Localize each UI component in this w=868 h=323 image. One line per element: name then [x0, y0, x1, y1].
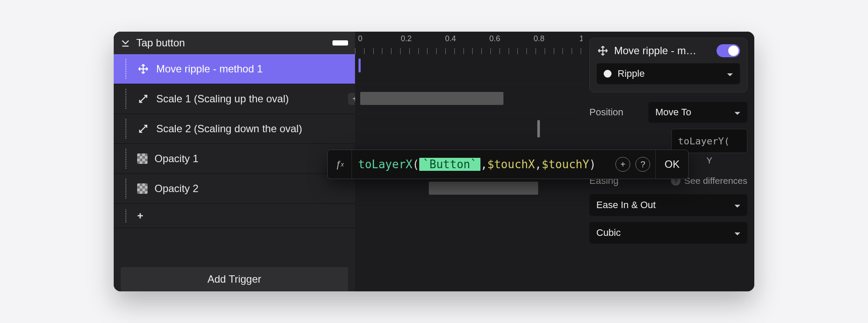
card-title: Move ripple - m… — [614, 45, 711, 57]
position-label: Position — [589, 107, 641, 118]
response-label: Opacity 1 — [155, 153, 198, 165]
target-layer-select[interactable]: Ripple — [597, 63, 740, 84]
chevron-down-icon — [734, 227, 740, 238]
timeline-row-2[interactable] — [355, 84, 582, 114]
timeline-handle[interactable] — [537, 120, 540, 137]
formula-ok-button[interactable]: OK — [655, 150, 688, 179]
response-card: Move ripple - m… Ripple — [589, 38, 747, 92]
timeline-clip[interactable] — [429, 182, 538, 195]
formula-var-1: $touchX — [487, 158, 535, 171]
position-property: Position Move To — [589, 102, 747, 123]
position-mode-select[interactable]: Move To — [648, 102, 747, 123]
response-label: Opacity 2 — [155, 183, 198, 195]
ruler-label: 0 — [358, 34, 362, 43]
timeline-ruler[interactable]: 0 0.2 0.4 0.6 0.8 1 1. — [355, 32, 582, 54]
formula-var-2: $touchY — [542, 158, 589, 171]
ruler-label: 0.8 — [533, 34, 544, 43]
easing-type-value: Cubic — [596, 227, 621, 238]
response-row-opacity-1[interactable]: Opacity 1 — [114, 144, 355, 174]
ruler-ticks — [355, 48, 582, 54]
response-label: Move ripple - method 1 — [156, 63, 263, 75]
formula-literal: `Button` — [419, 158, 480, 171]
events-panel: Tap button Move ripple - method 1 Scale … — [114, 32, 355, 291]
response-row-move[interactable]: Move ripple - method 1 — [114, 54, 355, 84]
scale-icon — [137, 93, 149, 105]
fx-icon: ƒx — [328, 150, 352, 179]
response-row-scale-1[interactable]: Scale 1 (Scaling up the oval) + — [114, 84, 355, 114]
panel-header: Tap button — [114, 32, 355, 54]
target-layer-value: Ripple — [618, 68, 644, 79]
easing-curve-value: Ease In & Out — [596, 199, 656, 211]
playhead-marker[interactable] — [358, 59, 361, 72]
progress-indicator — [332, 40, 348, 46]
move-icon — [137, 63, 149, 75]
chevron-down-icon — [734, 107, 740, 118]
add-trigger-button[interactable]: Add Trigger — [121, 267, 348, 291]
panel-title: Tap button — [136, 37, 326, 49]
response-row-opacity-2[interactable]: Opacity 2 — [114, 174, 355, 204]
opacity-icon — [137, 153, 148, 164]
formula-editor[interactable]: ƒx toLayerX(`Button`,$touchX,$touchY) + … — [327, 150, 689, 179]
easing-curve-select[interactable]: Ease In & Out — [589, 194, 747, 216]
ruler-label: 0.6 — [489, 34, 500, 43]
position-mode-value: Move To — [655, 107, 691, 118]
add-formula-button[interactable]: + — [615, 157, 630, 172]
ruler-label: 0.2 — [401, 34, 411, 43]
ruler-label: 0.4 — [445, 34, 456, 43]
timeline-row-3[interactable] — [355, 114, 582, 144]
layer-dot-icon — [604, 70, 612, 78]
plus-icon: + — [137, 210, 143, 222]
easing-type-select[interactable]: Cubic — [589, 222, 747, 244]
formula-help-button[interactable]: ? — [635, 157, 650, 172]
chevron-down-icon — [727, 68, 733, 79]
move-icon — [597, 45, 609, 57]
response-label: Scale 2 (Scaling down the oval) — [156, 123, 302, 135]
add-response-row[interactable]: + — [114, 204, 355, 228]
scale-icon — [137, 123, 149, 135]
opacity-icon — [137, 183, 148, 194]
response-row-scale-2[interactable]: Scale 2 (Scaling down the oval) — [114, 114, 355, 144]
chevron-down-icon — [734, 199, 740, 211]
timeline-clip[interactable] — [360, 92, 503, 105]
formula-function: toLayerX — [358, 158, 412, 171]
response-list: Move ripple - method 1 Scale 1 (Scaling … — [114, 54, 355, 255]
trigger-icon — [121, 38, 130, 48]
timeline-row-1[interactable] — [355, 54, 582, 84]
response-label: Scale 1 (Scaling up the oval) — [156, 93, 289, 105]
enable-toggle[interactable] — [717, 44, 740, 57]
formula-code[interactable]: toLayerX(`Button`,$touchX,$touchY) — [352, 158, 615, 171]
